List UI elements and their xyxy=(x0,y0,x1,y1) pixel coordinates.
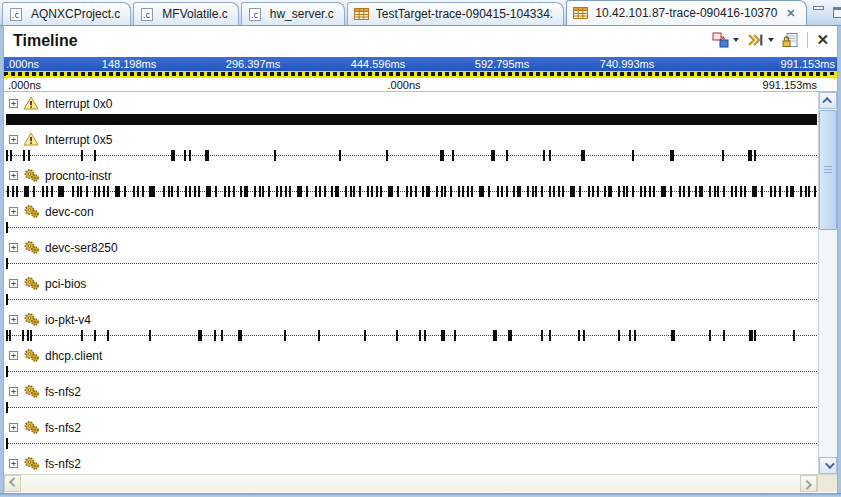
timeline-row: +Interrupt 0x0 xyxy=(4,92,818,128)
event-tick xyxy=(755,186,757,197)
scroll-up-button[interactable] xyxy=(819,92,837,109)
row-label-io-pkt-v4[interactable]: +io-pkt-v4 xyxy=(9,311,91,328)
editor-tab-4[interactable]: TestTarget-trace-090415-104334. xyxy=(347,2,564,25)
expand-icon[interactable]: + xyxy=(9,459,18,468)
view-title: Timeline xyxy=(13,32,78,50)
event-tick xyxy=(315,186,317,197)
vertical-scrollbar[interactable] xyxy=(818,92,837,474)
event-tick xyxy=(754,330,756,341)
event-tick xyxy=(723,186,725,197)
row-label-fs-nfs2[interactable]: +fs-nfs2 xyxy=(9,383,81,400)
expand-icon[interactable]: + xyxy=(9,387,18,396)
maximize-icon[interactable] xyxy=(833,7,841,18)
row-label-interrupt-0x0[interactable]: +Interrupt 0x0 xyxy=(9,95,112,112)
event-tick xyxy=(748,150,752,161)
pane-layout-icon[interactable] xyxy=(711,31,729,49)
trace-lane xyxy=(6,185,817,198)
scroll-down-button[interactable] xyxy=(819,457,837,474)
event-tick xyxy=(422,186,424,197)
trace-baseline xyxy=(6,371,817,372)
event-tick xyxy=(749,330,753,341)
event-tick xyxy=(800,186,802,197)
event-tick xyxy=(51,186,53,197)
event-tick xyxy=(149,330,151,341)
event-tick xyxy=(284,330,286,341)
expand-icon[interactable]: + xyxy=(9,423,18,432)
event-tick xyxy=(506,150,508,161)
event-tick xyxy=(221,330,223,341)
scroll-right-button[interactable] xyxy=(800,475,817,492)
expand-icon[interactable]: + xyxy=(9,243,18,252)
editor-tab-3[interactable]: .chw_server.c xyxy=(241,2,345,25)
trace-lane xyxy=(6,113,817,126)
expand-icon[interactable]: + xyxy=(9,351,18,360)
lock-pane-icon[interactable] xyxy=(781,31,799,49)
scroll-left-button[interactable] xyxy=(4,475,21,492)
row-label-devc-ser8250[interactable]: +devc-ser8250 xyxy=(9,239,118,256)
selection-left-handle-icon[interactable] xyxy=(6,75,12,80)
svg-text:.c: .c xyxy=(251,10,258,19)
event-tick xyxy=(618,186,620,197)
scrollbar-grip-icon xyxy=(824,166,832,174)
process-gears-icon xyxy=(23,240,40,255)
event-tick xyxy=(81,330,83,341)
row-label-fs-nfs2[interactable]: +fs-nfs2 xyxy=(9,419,81,436)
expand-icon[interactable]: + xyxy=(9,135,18,144)
process-gears-icon xyxy=(23,456,40,471)
c-file-icon: .c xyxy=(140,7,157,22)
event-tick xyxy=(6,258,8,269)
expand-icon[interactable]: + xyxy=(9,99,18,108)
row-label-procnto-instr[interactable]: +procnto-instr xyxy=(9,167,112,184)
event-tick xyxy=(688,186,690,197)
chevron-right-icon xyxy=(802,480,812,490)
selection-right-handle-icon[interactable] xyxy=(829,75,835,80)
event-tick xyxy=(300,186,302,197)
event-tick xyxy=(228,186,230,197)
horizontal-scrollbar-track[interactable] xyxy=(21,475,800,492)
expand-icon[interactable]: + xyxy=(9,171,18,180)
event-tick xyxy=(23,150,25,161)
ruler-tick-label: 740.993ms xyxy=(600,58,654,70)
row-label-dhcp-client[interactable]: +dhcp.client xyxy=(9,347,102,364)
event-tick xyxy=(30,330,32,341)
row-label-devc-con[interactable]: +devc-con xyxy=(9,203,94,220)
row-label-pci-bios[interactable]: +pci-bios xyxy=(9,275,86,292)
vertical-scrollbar-thumb[interactable] xyxy=(819,110,837,230)
event-tick xyxy=(618,330,620,341)
event-tick xyxy=(214,330,216,341)
process-gears-icon xyxy=(23,168,40,183)
trace-lane xyxy=(6,437,817,450)
row-label-fs-nfs2[interactable]: +fs-nfs2 xyxy=(9,455,81,472)
row-label-text: fs-nfs2 xyxy=(45,421,81,435)
event-tick xyxy=(699,186,703,197)
minimize-icon[interactable] xyxy=(813,6,824,10)
ruler-tick-label: .000ns xyxy=(6,58,39,70)
ruler-tick-label: 592.795ms xyxy=(475,58,529,70)
expand-icon[interactable]: + xyxy=(9,207,18,216)
row-label-interrupt-0x5[interactable]: +Interrupt 0x5 xyxy=(9,131,112,148)
jump-to-event-dropdown-icon[interactable] xyxy=(768,38,774,42)
selection-band[interactable] xyxy=(4,71,837,78)
event-tick xyxy=(7,186,9,197)
event-tick xyxy=(488,186,490,197)
vertical-scrollbar-track[interactable] xyxy=(819,109,837,457)
expand-icon[interactable]: + xyxy=(9,315,18,324)
event-tick xyxy=(549,150,551,161)
warning-icon xyxy=(23,132,40,147)
tab-close-icon[interactable]: ✕ xyxy=(786,8,795,18)
event-tick xyxy=(46,186,48,197)
expand-icon[interactable]: + xyxy=(9,279,18,288)
timeline-ruler[interactable]: .000ns148.198ms296.397ms444.596ms592.795… xyxy=(4,57,837,71)
editor-tab-2[interactable]: .cMFVolatile.c xyxy=(133,2,238,25)
close-view-icon[interactable]: ✕ xyxy=(816,32,829,48)
editor-tab-5[interactable]: 10.42.101.87-trace-090416-10370✕ xyxy=(566,0,806,25)
pane-layout-dropdown-icon[interactable] xyxy=(733,38,739,42)
row-label-text: io-pkt-v4 xyxy=(45,313,91,327)
editor-tab-1[interactable]: .cAQNXCProject.c xyxy=(2,2,131,25)
event-tick xyxy=(364,330,366,341)
jump-to-event-icon[interactable] xyxy=(746,31,764,49)
event-tick xyxy=(415,186,417,197)
event-tick xyxy=(623,186,625,197)
row-label-text: fs-nfs2 xyxy=(45,385,81,399)
horizontal-scrollbar[interactable] xyxy=(4,474,837,492)
